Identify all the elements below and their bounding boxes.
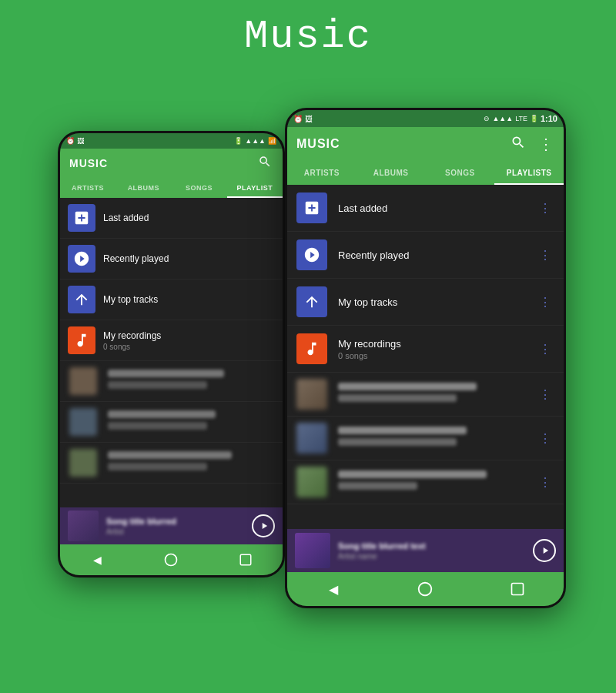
recents-button-small[interactable] <box>229 543 263 577</box>
recently-played-name-large: Recently played <box>338 249 536 261</box>
playlist-list-small: Last added Recently played My top tracks <box>60 198 283 507</box>
time-large: 1:10 <box>541 114 557 123</box>
more-icon-recordings[interactable]: ⋮ <box>536 342 554 357</box>
tab-songs-large[interactable]: SONGS <box>426 161 495 185</box>
recordings-name-large: My recordings <box>338 338 536 350</box>
nav-bar-small: ◀ <box>60 544 283 575</box>
list-item[interactable]: My recordings 0 songs ⋮ <box>287 326 564 373</box>
search-button-small[interactable] <box>256 153 273 173</box>
more-icon-blur3[interactable]: ⋮ <box>536 475 554 490</box>
battery-icon-small: 🔋 <box>234 137 243 145</box>
now-playing-thumb-small <box>68 511 99 541</box>
image-icon-small: 🖼 <box>77 137 84 145</box>
list-item[interactable]: My recordings 0 songs <box>60 320 283 361</box>
home-button-small[interactable] <box>154 543 188 577</box>
list-item[interactable]: My top tracks ⋮ <box>287 279 564 326</box>
list-item <box>60 402 283 443</box>
tab-playlists-large[interactable]: PLAYLISTS <box>494 161 564 185</box>
blur-thumb-1-small <box>69 367 97 395</box>
block-icon-large: ⊖ <box>484 115 490 122</box>
top-tracks-icon-small <box>68 286 95 313</box>
blur-thumb-2-large <box>296 423 327 454</box>
list-item[interactable]: Recently played <box>60 239 283 280</box>
top-tracks-icon-large <box>296 286 327 317</box>
svg-point-2 <box>419 583 432 596</box>
now-playing-title-small: Song title blurred <box>106 517 252 526</box>
image-icon-large: 🖼 <box>305 115 313 123</box>
play-button-small[interactable] <box>252 514 275 537</box>
last-added-icon-large <box>296 192 327 223</box>
tab-songs-small[interactable]: SONGS <box>172 178 227 198</box>
tab-albums-large[interactable]: ALBUMS <box>357 161 426 185</box>
more-icon-top-tracks[interactable]: ⋮ <box>536 295 554 310</box>
blur-thumb-3-large <box>296 467 327 497</box>
more-icon-blur1[interactable]: ⋮ <box>536 387 554 402</box>
more-icon-recently-played[interactable]: ⋮ <box>536 248 554 263</box>
app-bar-large: MUSIC ⋮ <box>287 127 564 161</box>
status-bar-small: ⏰ 🖼 🔋 ▲▲▲ 📶 <box>60 133 283 149</box>
last-added-name-large: Last added <box>338 203 536 214</box>
tabs-large: ARTISTS ALBUMS SONGS PLAYLISTS <box>287 161 564 185</box>
recently-played-name-small: Recently played <box>103 253 275 264</box>
back-button-large[interactable]: ◀ <box>316 572 350 606</box>
list-item[interactable]: Last added <box>60 198 283 239</box>
signal-icon-small: ▲▲▲ <box>245 137 266 145</box>
now-playing-title-large: Song title blurred text <box>338 541 533 551</box>
list-item: ⋮ <box>287 460 564 504</box>
now-playing-bar-small[interactable]: Song title blurred Artist <box>60 507 283 544</box>
app-bar-title-large: MUSIC <box>296 137 340 151</box>
search-button-large[interactable] <box>509 133 527 155</box>
battery-icon-large: 🔋 <box>530 115 538 122</box>
svg-rect-3 <box>512 584 524 595</box>
tab-artists-small[interactable]: ARTISTS <box>60 178 116 198</box>
recordings-icon-large <box>296 333 327 364</box>
tabs-small: ARTISTS ALBUMS SONGS PLAYLIST <box>60 178 283 198</box>
more-icon-last-added[interactable]: ⋮ <box>536 201 554 216</box>
app-bar-title-small: MUSIC <box>69 157 108 169</box>
signal-icon-large: ▲▲▲ <box>492 115 513 122</box>
recently-played-icon-small <box>68 245 95 273</box>
alarm-icon-large: ⏰ <box>293 115 303 123</box>
blur-thumb-1-large <box>296 379 327 410</box>
now-playing-bar-large[interactable]: Song title blurred text Artist name <box>287 529 564 572</box>
play-button-large[interactable] <box>533 539 556 562</box>
home-button-large[interactable] <box>408 572 442 606</box>
recents-button-large[interactable] <box>500 572 534 606</box>
nav-bar-large: ◀ <box>287 572 564 606</box>
top-tracks-name-small: My top tracks <box>103 294 275 305</box>
list-item <box>60 361 283 402</box>
status-bar-large: ⏰ 🖼 ⊖ ▲▲▲ LTE 🔋 1:10 <box>287 110 564 127</box>
tab-artists-large[interactable]: ARTISTS <box>287 161 357 185</box>
back-button-small[interactable]: ◀ <box>80 543 114 577</box>
playlist-list-large: Last added ⋮ Recently played ⋮ <box>287 185 564 529</box>
last-added-name-small: Last added <box>103 213 275 223</box>
recordings-name-small: My recordings <box>103 330 275 341</box>
tab-playlists-small[interactable]: PLAYLIST <box>227 178 283 198</box>
blur-thumb-2-small <box>69 408 97 436</box>
recordings-sub-small: 0 songs <box>103 343 275 351</box>
now-playing-artist-large: Artist name <box>338 552 533 561</box>
phone-large: ⏰ 🖼 ⊖ ▲▲▲ LTE 🔋 1:10 MUSIC ⋮ ARTIS <box>285 108 566 608</box>
wifi-icon-small: 📶 <box>268 137 276 145</box>
page-title: Music <box>0 0 616 59</box>
list-item[interactable]: My top tracks <box>60 280 283 320</box>
app-bar-small: MUSIC <box>60 149 283 178</box>
now-playing-thumb-large <box>295 533 330 568</box>
list-item: ⋮ <box>287 417 564 460</box>
network-icon-large: LTE <box>515 115 527 122</box>
list-item[interactable]: Recently played ⋮ <box>287 232 564 279</box>
alarm-icon-small: ⏰ <box>66 137 75 145</box>
more-button-large[interactable]: ⋮ <box>537 133 554 155</box>
top-tracks-name-large: My top tracks <box>338 296 536 308</box>
tab-albums-small[interactable]: ALBUMS <box>116 178 171 198</box>
more-icon-blur2[interactable]: ⋮ <box>536 431 554 446</box>
now-playing-artist-small: Artist <box>106 527 252 536</box>
svg-point-0 <box>166 554 177 566</box>
list-item: ⋮ <box>287 373 564 417</box>
last-added-icon-small <box>68 204 95 232</box>
recently-played-icon-large <box>296 239 327 270</box>
recordings-icon-small <box>68 326 95 354</box>
phone-small: ⏰ 🖼 🔋 ▲▲▲ 📶 MUSIC ARTISTS ALBUMS SONGS <box>58 131 285 578</box>
list-item[interactable]: Last added ⋮ <box>287 185 564 232</box>
svg-rect-1 <box>240 554 251 565</box>
